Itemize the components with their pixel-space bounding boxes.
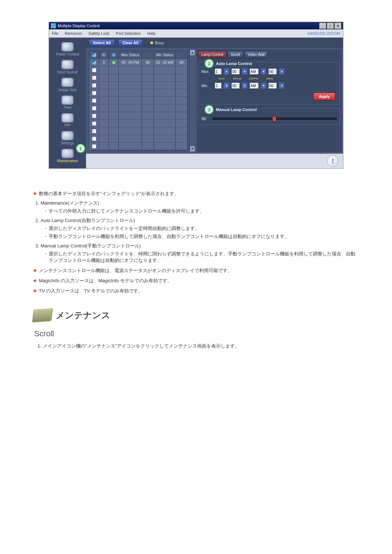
col-max-status[interactable]: Max Status	[119, 51, 142, 58]
chevron-down-icon[interactable]: ▾	[261, 83, 266, 89]
cell-id: 0	[99, 59, 109, 66]
table-row[interactable]	[89, 97, 187, 104]
sub-item: 手動ランプコントロール機能を利用して調整した場合、自動ランプコントロール機能は自…	[45, 233, 359, 240]
manual-lamp-control-group: 3 Manual Lamp Control 50	[198, 108, 340, 125]
min-value-select[interactable]: 50	[268, 82, 277, 89]
row-checkbox[interactable]	[92, 106, 97, 111]
sidebar-item-input-source[interactable]: Input Source	[51, 59, 84, 75]
menu-port-selection[interactable]: Port Selection	[116, 31, 140, 36]
table-row[interactable]	[89, 127, 187, 135]
clear-all-button[interactable]: Clear All	[118, 39, 142, 46]
min-minute-select[interactable]: 00	[231, 82, 240, 89]
chevron-down-icon[interactable]: ▾	[242, 83, 247, 89]
titlebar[interactable]: Multiple Display Control _ □ ×	[49, 22, 343, 29]
row-checkbox[interactable]	[92, 114, 97, 118]
document-body: ★数種の基本データ項目を示す"インフォグリッド"が表示されます。 Mainten…	[33, 190, 359, 349]
chevron-down-icon[interactable]: ▾	[279, 83, 284, 89]
app-icon	[50, 23, 56, 29]
min-hour-select[interactable]: 1	[215, 82, 222, 89]
table-row[interactable]	[89, 135, 187, 143]
cell-max-val: 60	[142, 59, 154, 66]
tab-video-wall[interactable]: Video Wall	[244, 51, 268, 58]
row-checkbox[interactable]	[92, 121, 97, 126]
row-checkbox[interactable]	[92, 83, 97, 88]
menu-safety-lock[interactable]: Safety Lock	[89, 31, 109, 36]
note: ★MagicInfo の入力ソースは、MagicInfo モデルでのみ有効です。	[33, 278, 359, 284]
scroll-down-button[interactable]: ▼	[189, 145, 195, 152]
row-checkbox[interactable]	[92, 75, 97, 80]
brand-logo: SAMSUNG DIGITAll	[307, 32, 340, 36]
table-row[interactable]	[89, 112, 187, 120]
apply-button[interactable]: Apply	[313, 93, 335, 100]
sub-item: 選択したディスプレイのバックライトを一定時間自動的に調整します。	[45, 225, 359, 232]
sidebar-item-image-size[interactable]: Image Size	[51, 77, 84, 93]
list-item: Auto Lamp Control(自動ランプコントロール) 選択したディスプレ…	[41, 217, 359, 240]
grid-header: ID Max Status Min Status	[89, 51, 187, 59]
close-button[interactable]: ×	[334, 22, 342, 29]
chevron-down-icon[interactable]: ▾	[224, 69, 229, 74]
table-row[interactable]	[89, 143, 187, 150]
menu-file[interactable]: File	[52, 31, 58, 36]
min-ampm-select[interactable]: AM	[249, 82, 259, 89]
col-checkbox[interactable]	[89, 51, 99, 58]
row-checkbox[interactable]	[92, 60, 97, 65]
table-row[interactable]	[89, 66, 187, 74]
col-min-value[interactable]	[176, 51, 187, 58]
right-panel: Lamp Control Scroll Video Wall 2 Auto La…	[197, 49, 342, 152]
instruction-list: メインアイコン欄の"メンテナンス"アイコンをクリックしてメンテナンス画面を表示し…	[33, 343, 359, 349]
label-max: Max.	[201, 70, 212, 74]
note: ★数種の基本データ項目を示す"インフォグリッド"が表示されます。	[33, 190, 359, 197]
grid-body: 0 05 : 04 PM 60 03 : 02 AM 80	[89, 59, 187, 150]
sidebar-item-pip[interactable]: PIP	[51, 112, 84, 128]
row-checkbox[interactable]	[92, 68, 97, 73]
power-icon	[61, 42, 74, 52]
brightness-slider[interactable]	[212, 118, 337, 120]
table-row[interactable]	[89, 74, 187, 82]
col-min-status[interactable]: Min Status	[154, 51, 176, 58]
select-all-button[interactable]: Select All	[89, 39, 115, 46]
table-row[interactable]	[89, 89, 187, 97]
tab-bar: Lamp Control Scroll Video Wall	[198, 51, 340, 58]
row-checkbox[interactable]	[92, 136, 97, 141]
row-checkbox[interactable]	[92, 144, 97, 149]
table-row[interactable]	[89, 104, 187, 112]
row-checkbox[interactable]	[92, 91, 97, 95]
sidebar-label: Input Source	[57, 70, 78, 74]
sidebar: Power Control Input Source Image Size Ti…	[49, 38, 86, 168]
col-status[interactable]	[109, 51, 119, 58]
tab-lamp-control[interactable]: Lamp Control	[198, 51, 226, 58]
list-item: Maintenance(メンテナンス) すべての外部入力に対してメンテナンスコン…	[41, 200, 359, 214]
slider-value: 50	[201, 116, 209, 121]
row-checkbox[interactable]	[92, 129, 97, 134]
sidebar-item-power[interactable]: Power Control	[51, 41, 84, 57]
chevron-down-icon[interactable]: ▾	[224, 83, 229, 89]
scroll-up-button[interactable]: ▲	[189, 49, 195, 56]
tab-scroll[interactable]: Scroll	[228, 51, 243, 58]
check-icon	[92, 53, 97, 57]
max-ampm-select[interactable]: AM	[249, 68, 259, 75]
table-row[interactable]	[89, 120, 187, 127]
sidebar-item-time[interactable]: Time	[51, 95, 84, 110]
max-minute-select[interactable]: 00	[231, 68, 240, 75]
col-id[interactable]: ID	[99, 51, 109, 58]
menu-remocon[interactable]: Remocon	[65, 31, 82, 36]
restore-button[interactable]: □	[327, 22, 334, 29]
menu-help[interactable]: Help	[147, 31, 156, 36]
section-heading: メンテナンス	[33, 309, 359, 322]
minimize-button[interactable]: _	[319, 22, 326, 29]
max-hour-select[interactable]: 1	[215, 68, 222, 75]
max-value-select[interactable]: 50	[268, 68, 277, 75]
feature-list: Maintenance(メンテナンス) すべての外部入力に対してメンテナンスコン…	[34, 200, 359, 264]
chevron-down-icon[interactable]: ▾	[261, 69, 266, 74]
slider-thumb[interactable]	[272, 116, 277, 122]
maintenance-icon	[32, 308, 53, 323]
row-checkbox[interactable]	[92, 98, 97, 103]
col-max-value[interactable]	[142, 51, 154, 58]
busy-icon	[150, 41, 153, 44]
chevron-down-icon[interactable]: ▾	[242, 69, 247, 74]
window-controls: _ □ ×	[319, 22, 342, 29]
chevron-down-icon[interactable]: ▾	[279, 69, 284, 74]
table-row[interactable]: 0 05 : 04 PM 60 03 : 02 AM 80	[89, 59, 187, 66]
grid-scrollbar[interactable]: ▲ ▼	[189, 49, 195, 152]
table-row[interactable]	[89, 82, 187, 89]
